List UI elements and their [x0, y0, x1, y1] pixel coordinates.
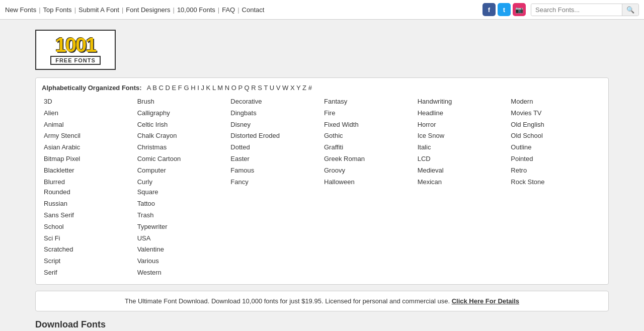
nav-submit-font[interactable]: Submit A Font [78, 6, 119, 14]
font-cat-tattoo[interactable]: Tattoo [137, 199, 227, 209]
alpha-letter-S[interactable]: S [258, 84, 262, 92]
font-cat-rock-stone[interactable]: Rock Stone [511, 177, 600, 188]
font-cat-asian-arabic[interactable]: Asian Arabic [44, 142, 133, 153]
font-cat-gothic[interactable]: Gothic [324, 131, 414, 141]
font-cat-distorted-eroded[interactable]: Distorted Eroded [230, 131, 320, 141]
font-cat-ice-snow[interactable]: Ice Snow [418, 131, 507, 141]
font-cat-comic-cartoon[interactable]: Comic Cartoon [137, 154, 227, 164]
font-cat-dingbats[interactable]: Dingbats [230, 108, 320, 119]
font-cat-sans-serif[interactable]: Sans Serif [44, 210, 133, 221]
font-cat-rounded[interactable]: Rounded [44, 187, 133, 198]
alpha-letter-Z[interactable]: Z [302, 84, 306, 92]
logo-box[interactable]: 1001 FREE FONTS [35, 30, 116, 70]
font-cat-chalk-crayon[interactable]: Chalk Crayon [137, 131, 227, 141]
nav-contact[interactable]: Contact [242, 6, 265, 14]
font-cat-italic[interactable]: Italic [418, 142, 507, 153]
alpha-letter-N[interactable]: N [225, 84, 229, 92]
font-cat-russian[interactable]: Russian [44, 199, 133, 209]
alpha-letter-J[interactable]: J [201, 84, 204, 92]
alpha-letter-P[interactable]: P [238, 84, 242, 92]
instagram-icon[interactable]: 📷 [513, 3, 526, 16]
font-cat-horror[interactable]: Horror [418, 120, 507, 130]
font-cat-groovy[interactable]: Groovy [324, 166, 414, 176]
search-input[interactable] [531, 4, 622, 16]
font-cat-halloween[interactable]: Halloween [324, 177, 414, 188]
font-cat-brush[interactable]: Brush [137, 97, 227, 107]
font-cat-old-english[interactable]: Old English [511, 120, 600, 130]
font-cat-medieval[interactable]: Medieval [418, 166, 507, 176]
alpha-letter-M[interactable]: M [217, 84, 223, 92]
font-cat-fantasy[interactable]: Fantasy [324, 97, 414, 107]
font-cat-army-stencil[interactable]: Army Stencil [44, 131, 133, 141]
search-button[interactable]: 🔍 [622, 4, 638, 16]
alpha-letter-K[interactable]: K [206, 84, 211, 92]
nav-top-fonts[interactable]: Top Fonts [43, 6, 72, 14]
alpha-letter-L[interactable]: L [212, 84, 216, 92]
alpha-letter-T[interactable]: T [264, 84, 268, 92]
font-cat-celtic-irish[interactable]: Celtic Irish [137, 120, 227, 130]
font-cat-script[interactable]: Script [44, 256, 133, 267]
font-cat-bitmap-pixel[interactable]: Bitmap Pixel [44, 154, 133, 164]
font-cat-pointed[interactable]: Pointed [511, 154, 600, 164]
font-cat-christmas[interactable]: Christmas [137, 142, 227, 153]
nav-new-fonts[interactable]: New Fonts [5, 6, 36, 14]
font-cat-square[interactable]: Square [137, 187, 227, 198]
font-cat-curly[interactable]: Curly [137, 177, 227, 188]
font-cat-mexican[interactable]: Mexican [418, 177, 507, 188]
font-cat-valentine[interactable]: Valentine [137, 244, 227, 255]
alpha-letter-X[interactable]: X [290, 84, 295, 92]
font-cat-serif[interactable]: Serif [44, 268, 133, 278]
alpha-letter-Q[interactable]: Q [245, 84, 250, 92]
font-cat-headline[interactable]: Headline [418, 108, 507, 119]
nav-faq[interactable]: FAQ [222, 6, 235, 14]
font-cat-dotted[interactable]: Dotted [230, 142, 320, 153]
nav-font-designers[interactable]: Font Designers [126, 6, 170, 14]
nav-10k-fonts[interactable]: 10,000 Fonts [177, 6, 215, 14]
font-cat-graffiti[interactable]: Graffiti [324, 142, 414, 153]
font-cat-school[interactable]: School [44, 222, 133, 232]
font-cat-handwriting[interactable]: Handwriting [418, 97, 507, 107]
alpha-letter-E[interactable]: E [172, 84, 177, 92]
font-cat-blurred[interactable]: Blurred [44, 177, 133, 188]
alpha-letter-U[interactable]: U [270, 84, 274, 92]
alpha-letter-H[interactable]: H [191, 84, 195, 92]
alpha-letter-A[interactable]: A [147, 84, 151, 92]
font-cat-western[interactable]: Western [137, 268, 227, 278]
font-cat-fixed-width[interactable]: Fixed Width [324, 120, 414, 130]
font-cat-movies-tv[interactable]: Movies TV [511, 108, 600, 119]
font-cat-lcd[interactable]: LCD [418, 154, 507, 164]
alpha-letter-O[interactable]: O [231, 84, 236, 92]
alpha-letter-R[interactable]: R [251, 84, 256, 92]
font-cat-computer[interactable]: Computer [137, 166, 227, 176]
font-cat-fire[interactable]: Fire [324, 108, 414, 119]
font-cat-usa[interactable]: USA [137, 233, 227, 244]
alpha-letter-B[interactable]: B [152, 84, 157, 92]
alpha-letter-D[interactable]: D [166, 84, 170, 92]
font-cat-blackletter[interactable]: Blackletter [44, 166, 133, 176]
alpha-letter-#[interactable]: # [308, 84, 312, 92]
font-cat-famous[interactable]: Famous [230, 166, 320, 176]
font-cat-old-school[interactable]: Old School [511, 131, 600, 141]
font-cat-easter[interactable]: Easter [230, 154, 320, 164]
font-cat-various[interactable]: Various [137, 256, 227, 267]
banner-link[interactable]: Click Here For Details [452, 297, 519, 305]
font-cat-modern[interactable]: Modern [511, 97, 600, 107]
facebook-icon[interactable]: f [482, 3, 496, 16]
font-cat-typewriter[interactable]: Typewriter [137, 222, 227, 232]
alpha-letter-G[interactable]: G [184, 84, 189, 92]
alpha-letter-F[interactable]: F [178, 84, 182, 92]
font-cat-alien[interactable]: Alien [44, 108, 133, 119]
font-cat-animal[interactable]: Animal [44, 120, 133, 130]
font-cat-scratched[interactable]: Scratched [44, 244, 133, 255]
font-cat-trash[interactable]: Trash [137, 210, 227, 221]
font-cat-sci-fi[interactable]: Sci Fi [44, 233, 133, 244]
font-cat-decorative[interactable]: Decorative [230, 97, 320, 107]
font-cat-retro[interactable]: Retro [511, 166, 600, 176]
font-cat-3d[interactable]: 3D [44, 97, 133, 107]
font-cat-fancy[interactable]: Fancy [230, 177, 320, 188]
twitter-icon[interactable]: t [498, 3, 511, 16]
alpha-letter-W[interactable]: W [282, 84, 288, 92]
font-cat-calligraphy[interactable]: Calligraphy [137, 108, 227, 119]
font-cat-disney[interactable]: Disney [230, 120, 320, 130]
alpha-letter-C[interactable]: C [159, 84, 164, 92]
